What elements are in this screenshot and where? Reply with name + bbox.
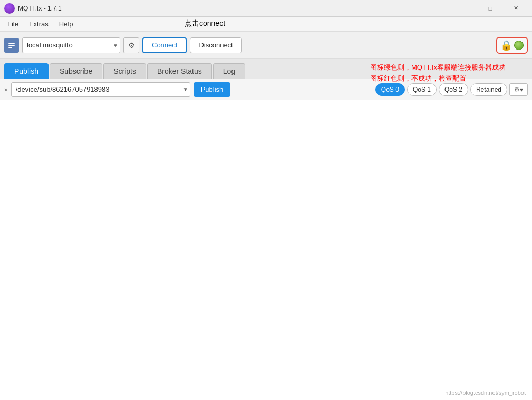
app-icon: [4, 3, 15, 14]
tab-log[interactable]: Log: [213, 63, 245, 79]
broker-input[interactable]: [22, 37, 120, 53]
lock-icon: 🔒: [500, 40, 512, 51]
qos0-button[interactable]: QoS 0: [375, 83, 405, 96]
qos-group: QoS 0 QoS 1 QoS 2 Retained ⚙▾: [375, 83, 528, 96]
connection-status-dot: [514, 41, 524, 50]
toolbar-right: 🔒: [496, 37, 528, 54]
broker-select-wrapper: ▼: [22, 37, 120, 53]
main-content: » ▼ Publish QoS 0 QoS 1 QoS 2 Retained ⚙…: [0, 79, 532, 400]
tab-broker-status[interactable]: Broker Status: [147, 63, 212, 79]
publish-topic-button[interactable]: Publish: [194, 82, 231, 97]
disconnect-button[interactable]: Disconnect: [190, 37, 241, 53]
svg-rect-1: [8, 45, 15, 46]
tab-subscribe[interactable]: Subscribe: [50, 63, 102, 79]
publish-settings-icon: ⚙▾: [514, 86, 523, 93]
publish-bar: » ▼ Publish QoS 0 QoS 1 QoS 2 Retained ⚙…: [0, 79, 532, 100]
qos2-button[interactable]: QoS 2: [439, 83, 468, 96]
tab-publish[interactable]: Publish: [4, 63, 49, 79]
minimize-button[interactable]: —: [453, 0, 477, 17]
publish-settings-button[interactable]: ⚙▾: [509, 83, 528, 96]
settings-button[interactable]: ⚙: [123, 37, 139, 53]
gear-icon: ⚙: [128, 41, 135, 50]
tabs-bar: Publish Subscribe Scripts Broker Status …: [0, 59, 532, 79]
toolbar: ▼ ⚙ Connect Disconnect 🔒 图标绿色则，MQTT.fx客服…: [0, 32, 532, 59]
svg-rect-0: [8, 43, 15, 44]
connect-button[interactable]: Connect: [142, 37, 187, 53]
maximize-button[interactable]: □: [478, 0, 502, 17]
window-controls: — □ ✕: [453, 0, 528, 17]
menu-file[interactable]: File: [2, 18, 24, 30]
menu-help[interactable]: Help: [54, 18, 79, 30]
menu-extras[interactable]: Extras: [24, 18, 54, 30]
menu-bar: File Extras Help 点击connect: [0, 17, 532, 32]
topic-input[interactable]: [11, 82, 190, 97]
status-icons-container: 🔒: [496, 37, 528, 54]
message-area[interactable]: [0, 100, 532, 400]
expand-arrow-icon[interactable]: »: [4, 86, 8, 93]
broker-icon: [4, 38, 19, 53]
retained-button[interactable]: Retained: [470, 83, 507, 96]
app-title: MQTT.fx - 1.7.1: [18, 5, 453, 12]
tab-scripts[interactable]: Scripts: [103, 63, 146, 79]
click-connect-annotation: 点击connect: [185, 19, 225, 28]
title-bar: MQTT.fx - 1.7.1 — □ ✕: [0, 0, 532, 17]
topic-input-wrapper: ▼: [11, 82, 190, 97]
close-button[interactable]: ✕: [504, 0, 528, 17]
svg-rect-2: [8, 47, 12, 48]
qos1-button[interactable]: QoS 1: [407, 83, 437, 96]
